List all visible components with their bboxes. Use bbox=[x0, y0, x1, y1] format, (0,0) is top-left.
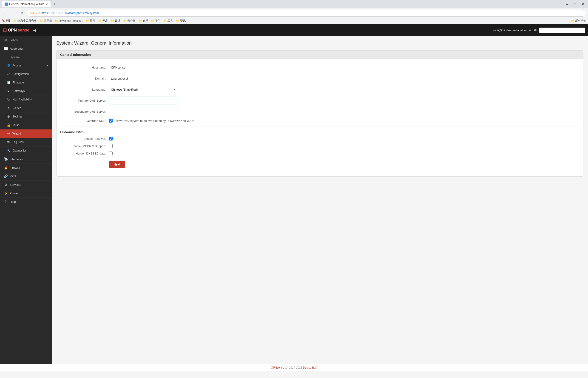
sidebar-item-system[interactable]: ☰ System bbox=[0, 53, 52, 61]
tab-close-button[interactable]: ✕ bbox=[46, 3, 48, 6]
sidebar-item-firewall[interactable]: 🔥 Firewall bbox=[0, 163, 52, 172]
enable-resolver-row: Enable Resolver: bbox=[60, 137, 579, 140]
language-select[interactable]: Chinese (Simplified) English German Fren… bbox=[109, 86, 178, 93]
minimize-button[interactable]: – bbox=[564, 1, 571, 7]
bookmark-fsou[interactable]: 🔖 F搜 bbox=[2, 19, 11, 23]
sidebar-label-vpn: VPN bbox=[10, 175, 16, 178]
wizard-icon: ✏ bbox=[6, 132, 11, 135]
routes-icon: ≡ bbox=[6, 106, 11, 110]
bookmark-all[interactable]: 📁 所有书签 bbox=[571, 19, 586, 23]
opnsense-footer-link[interactable]: OPNsense bbox=[271, 366, 284, 369]
primary-dns-row: Primary DNS Server: bbox=[60, 97, 579, 104]
primary-dns-input[interactable] bbox=[109, 97, 178, 104]
bookmark-entertainment[interactable]: 📁 娱乐 bbox=[138, 19, 148, 23]
maximize-button[interactable]: □ bbox=[572, 1, 578, 7]
domain-input[interactable] bbox=[109, 75, 178, 82]
browser-controls: ← → ↻ ⚠ 不安全 https://192.168.1.1/wizard.p… bbox=[0, 8, 588, 17]
override-dns-checkbox[interactable] bbox=[109, 119, 113, 122]
sidebar-item-trust[interactable]: 🔒 Trust bbox=[0, 121, 52, 129]
app-logo: ⊞ OPNsense bbox=[3, 27, 29, 33]
sidebar-label-help: Help bbox=[10, 200, 16, 203]
sidebar-item-lobby[interactable]: ⊞ Lobby bbox=[0, 36, 52, 44]
sidebar-item-interfaces[interactable]: 📡 Interfaces bbox=[0, 155, 52, 163]
bookmark-dev[interactable]: 📁 开发 bbox=[98, 19, 108, 23]
browser-chrome: General Information | Wizard ✕ + – □ ✕ ←… bbox=[0, 0, 588, 24]
sidebar-item-configuration[interactable]: ↩ Configuration bbox=[0, 70, 52, 78]
sidebar-label-firewall: Firewall bbox=[10, 166, 20, 169]
new-tab-button[interactable]: + bbox=[52, 2, 57, 7]
enable-dnssec-checkbox[interactable] bbox=[109, 144, 113, 148]
hostname-label: Hostname: bbox=[60, 66, 106, 69]
domain-label: Domain: bbox=[60, 77, 106, 80]
sidebar-item-gateways[interactable]: ➤ Gateways bbox=[0, 87, 52, 95]
sidebar-item-vpn[interactable]: 🔗 VPN bbox=[0, 172, 52, 180]
bookmark-tools[interactable]: 📁 静态小工具合集 bbox=[13, 19, 37, 23]
sidebar-item-wizard[interactable]: ✏ Wizard bbox=[0, 129, 52, 138]
sidebar-label-wizard: Wizard bbox=[13, 132, 21, 135]
next-button[interactable]: Next bbox=[109, 161, 125, 168]
sidebar-item-help[interactable]: ? Help bbox=[0, 198, 52, 206]
back-button[interactable]: ← bbox=[2, 10, 8, 16]
firmware-icon: 📋 bbox=[6, 81, 11, 84]
sidebar-label-system: System bbox=[10, 55, 20, 59]
search-input[interactable] bbox=[539, 27, 585, 33]
hostname-row: Hostname: bbox=[60, 64, 579, 71]
forward-button[interactable]: → bbox=[10, 10, 16, 16]
general-info-card: General Information Hostname: Domain: La… bbox=[56, 50, 583, 176]
logo-sense: sense bbox=[18, 28, 29, 33]
sidebar-item-high-availability[interactable]: ↻ High Availability bbox=[0, 95, 52, 104]
top-nav: ⊞ OPNsense ◀ root@OPNsense.localdomain bbox=[0, 24, 588, 36]
sidebar-item-access[interactable]: 👤 Access ⚙ bbox=[0, 61, 52, 70]
sidebar-toggle-button[interactable]: ◀ bbox=[33, 28, 36, 32]
ha-icon: ↻ bbox=[6, 98, 11, 101]
help-icon: ? bbox=[4, 200, 8, 203]
footer-copyright: (c) 2014-2023 bbox=[285, 366, 303, 369]
language-row: Language: Chinese (Simplified) English G… bbox=[60, 86, 579, 93]
sidebar-label-log-files: Log Files bbox=[13, 140, 24, 144]
bookmark-software[interactable]: 📁 软件 bbox=[86, 19, 95, 23]
logo-text: OPN bbox=[8, 28, 17, 33]
enable-resolver-check bbox=[109, 137, 113, 140]
close-window-button[interactable]: ✕ bbox=[580, 1, 586, 7]
enable-resolver-checkbox[interactable] bbox=[109, 137, 113, 140]
sidebar-item-reporting[interactable]: 📊 Reporting bbox=[0, 44, 52, 53]
address-bar[interactable]: ⚠ 不安全 https://192.168.1.1/wizard.php?xml… bbox=[27, 9, 586, 16]
user-status-dot bbox=[534, 29, 536, 31]
browser-tab[interactable]: General Information | Wizard ✕ bbox=[2, 1, 51, 7]
sidebar-item-routes[interactable]: ≡ Routes bbox=[0, 104, 52, 112]
sidebar-item-services[interactable]: ⚙ Services bbox=[0, 180, 52, 189]
secondary-dns-label: Secondary DNS Server: bbox=[60, 110, 106, 113]
diagnostics-icon: 🔧 bbox=[6, 149, 11, 152]
enable-dnssec-check bbox=[109, 144, 113, 148]
sidebar-label-trust: Trust bbox=[13, 123, 19, 127]
deciso-link[interactable]: Deciso B.V. bbox=[303, 366, 317, 369]
harden-dnssec-check bbox=[109, 151, 113, 155]
access-icon: 👤 bbox=[6, 64, 11, 67]
harden-dnssec-checkbox[interactable] bbox=[109, 151, 113, 155]
domain-row: Domain: bbox=[60, 75, 579, 82]
bookmark-tools2[interactable]: 📁 工具 bbox=[163, 19, 173, 23]
bookmark-cloud[interactable]: 📁 云办作 bbox=[123, 19, 136, 23]
secondary-dns-row: Secondary DNS Server: bbox=[60, 108, 579, 115]
hostname-input[interactable] bbox=[109, 64, 178, 71]
bookmark-design[interactable]: 📁 设计 bbox=[111, 19, 120, 23]
bookmark-news[interactable]: 📁 资讯 bbox=[176, 19, 185, 23]
sidebar-label-lobby: Lobby bbox=[10, 38, 18, 42]
secondary-dns-input[interactable] bbox=[109, 108, 178, 115]
url-display: https://192.168.1.1/wizard.php?xml=syste… bbox=[41, 11, 583, 15]
bookmark-study[interactable]: 📁 学习 bbox=[151, 19, 161, 23]
sidebar-label-routes: Routes bbox=[13, 107, 21, 110]
sidebar-label-diagnostics: Diagnostics bbox=[13, 149, 27, 152]
sidebar-item-settings[interactable]: ⚙ Settings bbox=[0, 112, 52, 121]
sidebar-item-diagnostics[interactable]: 🔧 Diagnostics bbox=[0, 147, 52, 155]
sidebar-item-log-files[interactable]: 👁 Log Files bbox=[0, 138, 52, 147]
sidebar-item-firmware[interactable]: 📋 Firmware bbox=[0, 78, 52, 87]
browser-titlebar: General Information | Wizard ✕ + – □ ✕ bbox=[0, 0, 588, 8]
access-arrow-icon: ⚙ bbox=[46, 64, 48, 67]
sidebar-item-power[interactable]: ⚡ Power bbox=[0, 189, 52, 198]
bookmarks-bar: 🔖 F搜 📁 静态小工具合集 📁 万花筒 📁 Download latest s… bbox=[0, 17, 588, 24]
reload-button[interactable]: ↻ bbox=[18, 10, 25, 16]
bookmark-wanhua[interactable]: 📁 万花筒 bbox=[39, 19, 52, 23]
bookmark-download[interactable]: 📁 Download latest s... bbox=[55, 19, 83, 23]
user-info: root@OPNsense.localdomain bbox=[493, 28, 536, 32]
